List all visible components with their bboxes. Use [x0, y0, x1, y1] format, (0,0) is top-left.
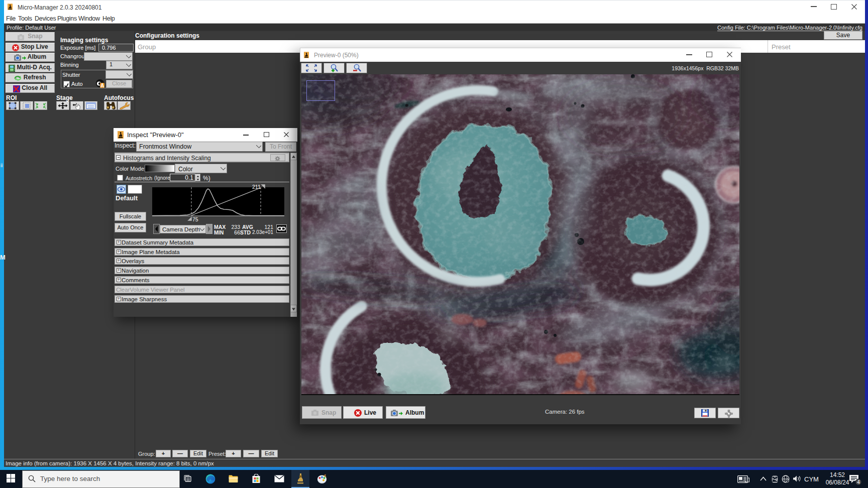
- svg-text:A: A: [100, 83, 104, 88]
- svg-text:4: 4: [857, 479, 860, 485]
